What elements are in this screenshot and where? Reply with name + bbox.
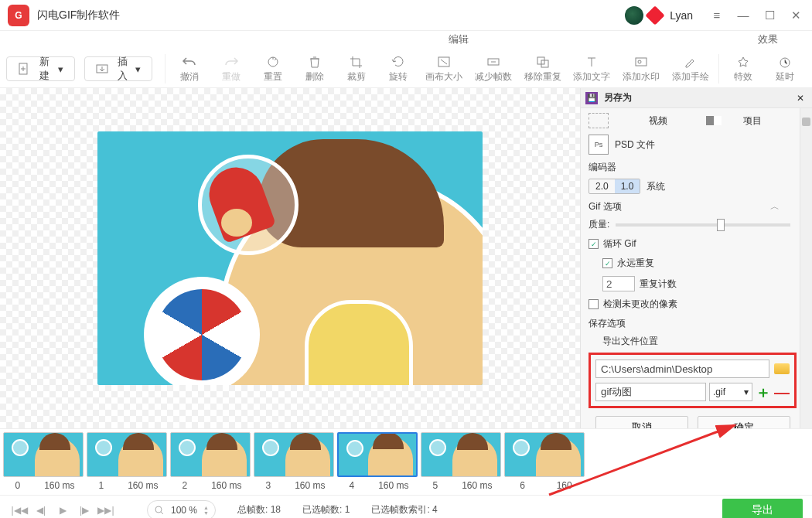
toolbar: 编辑 效果 新建 ▾ 插入 ▾ 撤消 重做 重置 删除 裁剪 旋转 画布大小 减… <box>0 31 812 88</box>
cancel-button[interactable]: 取消 <box>595 416 688 428</box>
reduce-frames-button[interactable]: 减少帧数 <box>469 50 518 87</box>
last-frame-button[interactable]: ▶▶| <box>96 501 116 519</box>
insert-button[interactable]: 插入 ▾ <box>84 56 153 81</box>
frame-thumbnail[interactable]: 5160 ms <box>421 432 504 491</box>
undo-button[interactable]: 撤消 <box>169 50 210 87</box>
gif-options-header[interactable]: Gif 选项 <box>589 201 622 212</box>
psd-label[interactable]: PSD 文件 <box>615 138 655 152</box>
dedupe-icon <box>535 55 551 69</box>
export-path-input[interactable] <box>595 360 769 378</box>
reset-button[interactable]: 重置 <box>252 50 294 87</box>
pencil-icon <box>683 55 698 69</box>
frame-thumbnail[interactable]: 4160 ms <box>337 432 421 491</box>
export-path-label: 导出文件位置 <box>602 335 797 348</box>
encoder-system[interactable]: 系统 <box>647 180 665 193</box>
frame-thumbnail[interactable]: 0160 ms <box>3 432 87 491</box>
section-effect-label: 效果 <box>758 32 778 46</box>
text-icon <box>584 55 599 69</box>
app-title: 闪电GIF制作软件 <box>37 9 120 22</box>
rotate-button[interactable]: 旋转 <box>377 50 419 87</box>
save-options-header: 保存选项 <box>589 317 797 330</box>
remove-dup-button[interactable]: 移除重复 <box>518 50 568 87</box>
watermark-button[interactable]: 添加水印 <box>616 50 666 87</box>
project-icon <box>706 116 722 125</box>
loop-gif-checkbox[interactable]: ✓ <box>589 239 599 249</box>
trash-icon <box>307 55 322 69</box>
video-tab[interactable]: 视频 <box>649 114 667 128</box>
chevron-up-icon[interactable]: ︿ <box>770 200 780 213</box>
save-panel: 💾 另存为 ✕ 视频 项目 Ps PSD 文件 编码器 <box>580 88 812 428</box>
ok-button[interactable]: 确定 <box>698 416 790 428</box>
svg-point-10 <box>155 506 162 513</box>
panel-title: 另存为 <box>604 91 793 104</box>
resize-icon <box>436 55 452 69</box>
reset-icon <box>265 55 281 69</box>
titlebar: G 闪电GIF制作软件 Lyan ≡ — ☐ ✕ <box>0 0 812 31</box>
freehand-button[interactable]: 添加手绘 <box>666 50 715 87</box>
gif-format-icon <box>589 113 609 128</box>
workarea: 💾 另存为 ✕ 视频 项目 Ps PSD 文件 编码器 <box>0 88 812 428</box>
search-icon <box>154 505 165 516</box>
canvas-size-button[interactable]: 画布大小 <box>419 50 469 87</box>
delay-button[interactable]: 延时 <box>764 50 806 87</box>
frame-thumbnail[interactable]: 6160 <box>504 432 588 491</box>
play-button[interactable]: ▶ <box>53 501 73 519</box>
new-button[interactable]: 新建 ▾ <box>6 56 75 81</box>
add-output-button[interactable]: ＋ <box>756 384 771 400</box>
canvas-preview[interactable] <box>0 88 580 428</box>
clock-icon <box>777 55 793 69</box>
avatar[interactable] <box>625 6 643 25</box>
encoder-label: 编码器 <box>589 161 797 174</box>
vip-badge-icon <box>645 5 664 25</box>
plus-file-icon <box>18 63 30 75</box>
panel-close-button[interactable]: ✕ <box>793 93 807 104</box>
watermark-icon <box>633 55 649 69</box>
frame-thumbnail[interactable]: 2160 ms <box>170 432 254 491</box>
zoom-control[interactable]: 100 % ▲▼ <box>147 500 216 519</box>
export-button[interactable]: 导出 <box>722 499 803 519</box>
export-path-highlight: .gif▾ ＋ — <box>589 353 797 408</box>
undo-icon <box>182 55 197 69</box>
redo-button[interactable]: 重做 <box>210 50 252 87</box>
section-edit-label: 编辑 <box>449 32 469 46</box>
redo-icon <box>223 55 239 69</box>
psd-icon: Ps <box>589 135 609 155</box>
encoder-segment[interactable]: 2.0 1.0 <box>589 179 640 194</box>
reduce-icon <box>486 55 501 69</box>
panel-scrollbar[interactable] <box>800 108 812 428</box>
next-frame-button[interactable]: |▶ <box>74 501 94 519</box>
quality-slider[interactable] <box>616 223 790 227</box>
svg-point-8 <box>638 60 641 63</box>
maximize-button[interactable]: ☐ <box>756 2 783 29</box>
repeat-forever-checkbox[interactable]: ✓ <box>602 258 612 268</box>
timeline[interactable]: 0160 ms1160 ms2160 ms3160 ms4160 ms5160 … <box>0 428 812 495</box>
prev-frame-button[interactable]: ◀| <box>31 501 51 519</box>
project-tab[interactable]: 项目 <box>743 114 762 128</box>
repeat-count-input[interactable] <box>602 276 635 291</box>
detect-unchanged-checkbox[interactable] <box>589 299 599 309</box>
extension-select[interactable]: .gif▾ <box>709 383 752 401</box>
frame-thumbnail[interactable]: 1160 ms <box>87 432 170 491</box>
fx-icon <box>735 55 751 69</box>
filename-input[interactable] <box>595 383 706 401</box>
delete-button[interactable]: 删除 <box>294 50 336 87</box>
save-icon: 💾 <box>585 92 598 104</box>
crop-icon <box>349 55 364 69</box>
username: Lyan <box>670 9 693 22</box>
close-button[interactable]: ✕ <box>783 2 809 29</box>
insert-icon <box>96 63 108 75</box>
minimize-button[interactable]: — <box>730 2 756 29</box>
frame-thumbnail[interactable]: 3160 ms <box>254 432 337 491</box>
add-text-button[interactable]: 添加文字 <box>567 50 616 87</box>
remove-output-button[interactable]: — <box>774 384 790 400</box>
menu-button[interactable]: ≡ <box>704 2 730 29</box>
fx-button[interactable]: 特效 <box>722 50 764 87</box>
browse-folder-button[interactable] <box>774 363 790 374</box>
crop-button[interactable]: 裁剪 <box>336 50 377 87</box>
app-logo: G <box>8 5 29 26</box>
playback-controls: |◀◀ ◀| ▶ |▶ ▶▶| 100 % ▲▼ 总帧数: 18 已选帧数: 1… <box>0 495 812 518</box>
first-frame-button[interactable]: |◀◀ <box>9 501 29 519</box>
quality-label: 质量: <box>589 218 609 231</box>
rotate-icon <box>391 55 406 69</box>
